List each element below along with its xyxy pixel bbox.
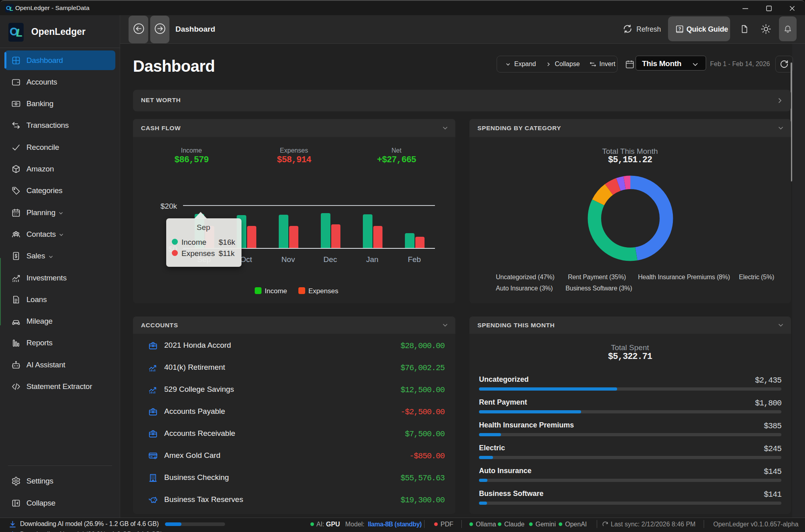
svg-text:?: ?	[678, 26, 681, 31]
